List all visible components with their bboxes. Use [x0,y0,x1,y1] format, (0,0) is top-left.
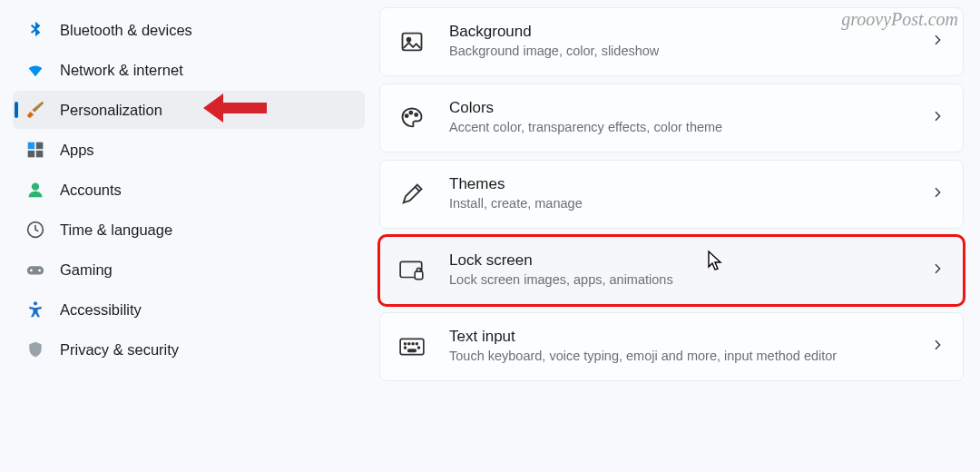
keyboard-icon [398,333,426,360]
paintbrush-icon [25,100,45,120]
clock-globe-icon [25,220,45,240]
card-subtitle: Install, create, manage [449,195,906,213]
card-subtitle: Accent color, transparency effects, colo… [449,119,906,137]
svg-point-20 [412,343,414,345]
sidebar-item-bluetooth[interactable]: Bluetooth & devices [13,11,365,49]
sidebar-item-label: Personalization [60,102,352,119]
card-colors[interactable]: Colors Accent color, transparency effect… [379,84,964,152]
settings-sidebar: Bluetooth & devices Network & internet P… [0,0,372,472]
sidebar-item-label: Time & language [60,221,352,239]
svg-rect-6 [27,266,44,274]
sidebar-item-accessibility[interactable]: Accessibility [13,290,365,329]
svg-point-18 [405,343,407,345]
apps-icon [25,140,45,160]
sidebar-item-label: Network & internet [60,62,352,79]
svg-rect-0 [28,143,35,150]
svg-point-12 [406,114,408,117]
image-icon [398,28,426,55]
sidebar-item-personalization[interactable]: Personalization [13,91,365,129]
card-body: Background Background image, color, slid… [449,23,906,61]
card-themes[interactable]: Themes Install, create, manage [379,160,964,229]
palette-icon [398,104,426,132]
svg-rect-24 [408,349,416,351]
card-title: Themes [449,175,906,193]
svg-rect-3 [36,151,44,158]
svg-point-23 [418,347,420,349]
chevron-right-icon [930,33,945,52]
svg-rect-2 [28,151,35,158]
card-subtitle: Lock screen images, apps, animations [449,271,906,290]
card-body: Themes Install, create, manage [449,175,906,213]
sidebar-item-apps[interactable]: Apps [13,131,365,169]
sidebar-item-gaming[interactable]: Gaming [13,251,365,289]
svg-point-19 [408,343,410,345]
svg-rect-10 [403,34,422,51]
svg-point-4 [32,183,39,191]
sidebar-item-network[interactable]: Network & internet [13,51,365,89]
lock-screen-icon [398,257,426,284]
bluetooth-icon [25,20,45,40]
card-lock-screen[interactable]: Lock screen Lock screen images, apps, an… [379,236,964,305]
account-icon [25,180,45,200]
svg-point-7 [30,270,33,272]
shield-icon [25,339,45,359]
chevron-right-icon [930,338,945,357]
gamepad-icon [25,260,45,280]
card-body: Text input Touch keyboard, voice typing,… [449,328,906,366]
card-body: Colors Accent color, transparency effect… [449,99,906,137]
watermark-text: groovyPost.com [841,9,958,30]
card-title: Lock screen [449,251,906,270]
accessibility-icon [25,300,45,320]
settings-main: groovyPost.com Background Background ima… [372,0,980,472]
sidebar-item-accounts[interactable]: Accounts [13,171,365,209]
card-title: Text input [449,328,906,346]
sidebar-item-label: Gaming [60,261,352,279]
svg-rect-1 [36,143,44,150]
sidebar-item-label: Accounts [60,182,352,199]
chevron-right-icon [930,109,945,128]
svg-point-8 [38,270,41,272]
card-title: Background [449,23,906,41]
svg-point-22 [405,347,407,349]
chevron-right-icon [930,261,945,280]
svg-rect-16 [415,271,423,280]
svg-point-13 [409,112,412,114]
card-body: Lock screen Lock screen images, apps, an… [449,251,906,290]
sidebar-item-label: Privacy & security [60,341,352,359]
svg-point-9 [34,301,37,305]
card-title: Colors [449,99,906,117]
card-subtitle: Background image, color, slideshow [449,43,906,61]
sidebar-item-label: Accessibility [60,301,352,319]
sidebar-item-label: Bluetooth & devices [60,22,352,39]
sidebar-item-time[interactable]: Time & language [13,211,365,249]
pen-icon [398,181,426,208]
card-text-input[interactable]: Text input Touch keyboard, voice typing,… [379,312,964,381]
svg-point-21 [416,343,417,345]
svg-point-11 [407,38,411,42]
wifi-icon [25,60,45,80]
sidebar-item-privacy[interactable]: Privacy & security [13,330,365,369]
svg-point-14 [415,113,417,116]
card-subtitle: Touch keyboard, voice typing, emoji and … [449,348,906,366]
chevron-right-icon [930,185,945,204]
sidebar-item-label: Apps [60,142,352,159]
